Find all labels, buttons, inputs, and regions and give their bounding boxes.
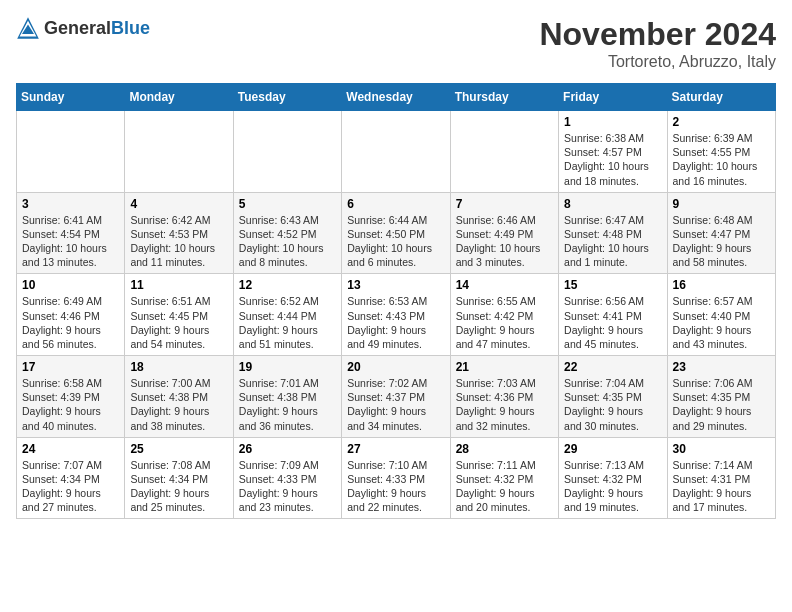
- day-number: 3: [22, 197, 119, 211]
- day-number: 11: [130, 278, 227, 292]
- calendar-cell: 27Sunrise: 7:10 AMSunset: 4:33 PMDayligh…: [342, 437, 450, 519]
- day-info: Sunrise: 6:58 AMSunset: 4:39 PMDaylight:…: [22, 376, 119, 433]
- calendar-cell: [233, 111, 341, 193]
- day-number: 24: [22, 442, 119, 456]
- day-info: Sunrise: 6:56 AMSunset: 4:41 PMDaylight:…: [564, 294, 661, 351]
- day-info: Sunrise: 6:47 AMSunset: 4:48 PMDaylight:…: [564, 213, 661, 270]
- day-number: 12: [239, 278, 336, 292]
- week-row-1: 1Sunrise: 6:38 AMSunset: 4:57 PMDaylight…: [17, 111, 776, 193]
- day-number: 2: [673, 115, 770, 129]
- calendar-cell: 11Sunrise: 6:51 AMSunset: 4:45 PMDayligh…: [125, 274, 233, 356]
- calendar-cell: 13Sunrise: 6:53 AMSunset: 4:43 PMDayligh…: [342, 274, 450, 356]
- month-title: November 2024: [539, 16, 776, 53]
- calendar-cell: 9Sunrise: 6:48 AMSunset: 4:47 PMDaylight…: [667, 192, 775, 274]
- day-number: 18: [130, 360, 227, 374]
- week-row-2: 3Sunrise: 6:41 AMSunset: 4:54 PMDaylight…: [17, 192, 776, 274]
- calendar-cell: [17, 111, 125, 193]
- day-info: Sunrise: 6:46 AMSunset: 4:49 PMDaylight:…: [456, 213, 553, 270]
- calendar-cell: 22Sunrise: 7:04 AMSunset: 4:35 PMDayligh…: [559, 356, 667, 438]
- day-info: Sunrise: 7:08 AMSunset: 4:34 PMDaylight:…: [130, 458, 227, 515]
- day-info: Sunrise: 7:09 AMSunset: 4:33 PMDaylight:…: [239, 458, 336, 515]
- day-number: 22: [564, 360, 661, 374]
- calendar-cell: 8Sunrise: 6:47 AMSunset: 4:48 PMDaylight…: [559, 192, 667, 274]
- weekday-header-friday: Friday: [559, 84, 667, 111]
- day-info: Sunrise: 7:01 AMSunset: 4:38 PMDaylight:…: [239, 376, 336, 433]
- calendar-cell: 21Sunrise: 7:03 AMSunset: 4:36 PMDayligh…: [450, 356, 558, 438]
- calendar-cell: 23Sunrise: 7:06 AMSunset: 4:35 PMDayligh…: [667, 356, 775, 438]
- day-number: 29: [564, 442, 661, 456]
- weekday-header-wednesday: Wednesday: [342, 84, 450, 111]
- calendar-cell: 20Sunrise: 7:02 AMSunset: 4:37 PMDayligh…: [342, 356, 450, 438]
- calendar-cell: 3Sunrise: 6:41 AMSunset: 4:54 PMDaylight…: [17, 192, 125, 274]
- day-number: 7: [456, 197, 553, 211]
- logo-general-text: General: [44, 18, 111, 39]
- weekday-header-tuesday: Tuesday: [233, 84, 341, 111]
- calendar-cell: 29Sunrise: 7:13 AMSunset: 4:32 PMDayligh…: [559, 437, 667, 519]
- day-number: 28: [456, 442, 553, 456]
- day-info: Sunrise: 6:49 AMSunset: 4:46 PMDaylight:…: [22, 294, 119, 351]
- day-number: 6: [347, 197, 444, 211]
- day-number: 16: [673, 278, 770, 292]
- day-info: Sunrise: 6:39 AMSunset: 4:55 PMDaylight:…: [673, 131, 770, 188]
- calendar-cell: 14Sunrise: 6:55 AMSunset: 4:42 PMDayligh…: [450, 274, 558, 356]
- day-info: Sunrise: 7:06 AMSunset: 4:35 PMDaylight:…: [673, 376, 770, 433]
- title-area: November 2024 Tortoreto, Abruzzo, Italy: [539, 16, 776, 71]
- week-row-5: 24Sunrise: 7:07 AMSunset: 4:34 PMDayligh…: [17, 437, 776, 519]
- weekday-header-monday: Monday: [125, 84, 233, 111]
- calendar-cell: 12Sunrise: 6:52 AMSunset: 4:44 PMDayligh…: [233, 274, 341, 356]
- day-number: 19: [239, 360, 336, 374]
- day-info: Sunrise: 6:57 AMSunset: 4:40 PMDaylight:…: [673, 294, 770, 351]
- day-info: Sunrise: 7:03 AMSunset: 4:36 PMDaylight:…: [456, 376, 553, 433]
- calendar-cell: 4Sunrise: 6:42 AMSunset: 4:53 PMDaylight…: [125, 192, 233, 274]
- day-info: Sunrise: 6:43 AMSunset: 4:52 PMDaylight:…: [239, 213, 336, 270]
- calendar: SundayMondayTuesdayWednesdayThursdayFrid…: [16, 83, 776, 519]
- calendar-cell: 19Sunrise: 7:01 AMSunset: 4:38 PMDayligh…: [233, 356, 341, 438]
- day-number: 26: [239, 442, 336, 456]
- calendar-cell: [125, 111, 233, 193]
- calendar-cell: 10Sunrise: 6:49 AMSunset: 4:46 PMDayligh…: [17, 274, 125, 356]
- calendar-cell: 28Sunrise: 7:11 AMSunset: 4:32 PMDayligh…: [450, 437, 558, 519]
- day-info: Sunrise: 6:38 AMSunset: 4:57 PMDaylight:…: [564, 131, 661, 188]
- weekday-header-saturday: Saturday: [667, 84, 775, 111]
- day-number: 17: [22, 360, 119, 374]
- day-number: 1: [564, 115, 661, 129]
- day-number: 14: [456, 278, 553, 292]
- day-info: Sunrise: 6:41 AMSunset: 4:54 PMDaylight:…: [22, 213, 119, 270]
- day-info: Sunrise: 7:14 AMSunset: 4:31 PMDaylight:…: [673, 458, 770, 515]
- calendar-cell: 1Sunrise: 6:38 AMSunset: 4:57 PMDaylight…: [559, 111, 667, 193]
- location-title: Tortoreto, Abruzzo, Italy: [539, 53, 776, 71]
- day-number: 8: [564, 197, 661, 211]
- calendar-cell: 17Sunrise: 6:58 AMSunset: 4:39 PMDayligh…: [17, 356, 125, 438]
- header: General Blue November 2024 Tortoreto, Ab…: [16, 16, 776, 71]
- weekday-header-row: SundayMondayTuesdayWednesdayThursdayFrid…: [17, 84, 776, 111]
- calendar-cell: 6Sunrise: 6:44 AMSunset: 4:50 PMDaylight…: [342, 192, 450, 274]
- day-info: Sunrise: 7:04 AMSunset: 4:35 PMDaylight:…: [564, 376, 661, 433]
- calendar-cell: 16Sunrise: 6:57 AMSunset: 4:40 PMDayligh…: [667, 274, 775, 356]
- calendar-cell: 25Sunrise: 7:08 AMSunset: 4:34 PMDayligh…: [125, 437, 233, 519]
- calendar-cell: 5Sunrise: 6:43 AMSunset: 4:52 PMDaylight…: [233, 192, 341, 274]
- weekday-header-sunday: Sunday: [17, 84, 125, 111]
- logo-icon: [16, 16, 40, 40]
- calendar-cell: 2Sunrise: 6:39 AMSunset: 4:55 PMDaylight…: [667, 111, 775, 193]
- day-info: Sunrise: 6:52 AMSunset: 4:44 PMDaylight:…: [239, 294, 336, 351]
- day-info: Sunrise: 6:42 AMSunset: 4:53 PMDaylight:…: [130, 213, 227, 270]
- day-info: Sunrise: 6:55 AMSunset: 4:42 PMDaylight:…: [456, 294, 553, 351]
- day-number: 4: [130, 197, 227, 211]
- day-number: 30: [673, 442, 770, 456]
- day-number: 27: [347, 442, 444, 456]
- week-row-3: 10Sunrise: 6:49 AMSunset: 4:46 PMDayligh…: [17, 274, 776, 356]
- day-info: Sunrise: 7:13 AMSunset: 4:32 PMDaylight:…: [564, 458, 661, 515]
- day-number: 25: [130, 442, 227, 456]
- day-number: 20: [347, 360, 444, 374]
- day-number: 5: [239, 197, 336, 211]
- day-info: Sunrise: 7:00 AMSunset: 4:38 PMDaylight:…: [130, 376, 227, 433]
- day-info: Sunrise: 7:07 AMSunset: 4:34 PMDaylight:…: [22, 458, 119, 515]
- week-row-4: 17Sunrise: 6:58 AMSunset: 4:39 PMDayligh…: [17, 356, 776, 438]
- calendar-cell: 30Sunrise: 7:14 AMSunset: 4:31 PMDayligh…: [667, 437, 775, 519]
- calendar-cell: 7Sunrise: 6:46 AMSunset: 4:49 PMDaylight…: [450, 192, 558, 274]
- day-number: 15: [564, 278, 661, 292]
- day-number: 13: [347, 278, 444, 292]
- day-info: Sunrise: 6:44 AMSunset: 4:50 PMDaylight:…: [347, 213, 444, 270]
- day-info: Sunrise: 7:11 AMSunset: 4:32 PMDaylight:…: [456, 458, 553, 515]
- day-info: Sunrise: 6:48 AMSunset: 4:47 PMDaylight:…: [673, 213, 770, 270]
